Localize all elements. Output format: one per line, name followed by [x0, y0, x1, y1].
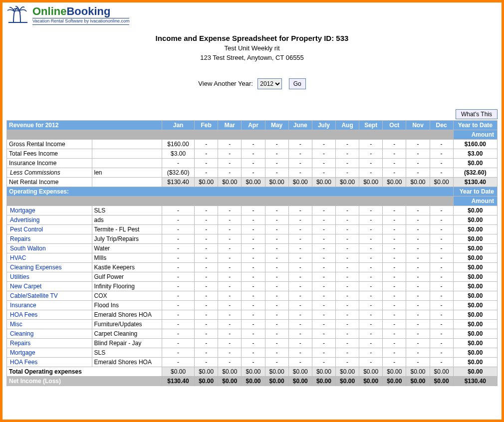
total-opex-val: $0.00: [359, 367, 383, 376]
revenue-val: -: [312, 158, 335, 168]
opex-row: Cable/Satellite TVCOX------------$0.00: [7, 291, 498, 300]
net-income-val: $0.00: [265, 376, 288, 386]
opex-val: -: [383, 310, 406, 319]
opex-ytd: $0.00: [453, 281, 497, 291]
opex-val: -: [265, 291, 288, 300]
ytd-header: Year to Date: [453, 120, 497, 130]
opex-val: -: [288, 357, 312, 367]
opex-name[interactable]: HOA Fees: [7, 357, 92, 367]
net-rental-val: $0.00: [383, 177, 406, 187]
opex-val: -: [430, 243, 453, 253]
month-header: Sept: [359, 120, 383, 130]
opex-name[interactable]: New Carpet: [7, 281, 92, 291]
opex-name[interactable]: Mortgage: [7, 206, 92, 215]
opex-val: -: [406, 272, 430, 281]
net-income-val: $0.00: [288, 376, 312, 386]
opex-val: -: [312, 272, 335, 281]
opex-name[interactable]: Repairs: [7, 338, 92, 348]
opex-name[interactable]: Misc: [7, 319, 92, 329]
opex-val: -: [195, 291, 218, 300]
opex-val: -: [312, 348, 335, 357]
whats-this-button[interactable]: What's This: [456, 109, 498, 119]
opex-name[interactable]: South Walton: [7, 243, 92, 253]
opex-ytd: $0.00: [453, 338, 497, 348]
opex-val: -: [312, 215, 335, 224]
opex-val: -: [335, 253, 359, 262]
opex-val: -: [335, 224, 359, 234]
go-button[interactable]: Go: [289, 78, 306, 89]
revenue-val: -: [335, 139, 359, 149]
opex-val: -: [312, 329, 335, 338]
opex-val: -: [430, 357, 453, 367]
opex-name[interactable]: HOA Fees: [7, 310, 92, 319]
month-header: June: [288, 120, 312, 130]
net-income-ytd: $130.40: [453, 376, 497, 386]
revenue-header: Revenue for 2012: [7, 120, 162, 130]
opex-val: -: [162, 291, 194, 300]
opex-val: -: [288, 224, 312, 234]
revenue-val: -: [335, 168, 359, 177]
opex-row: New CarpetInfinity Flooring------------$…: [7, 281, 498, 291]
opex-val: -: [218, 215, 242, 224]
opex-val: -: [312, 300, 335, 310]
opex-name[interactable]: Utilities: [7, 272, 92, 281]
year-select[interactable]: 2012: [257, 78, 282, 89]
opex-val: -: [195, 281, 218, 291]
opex-val: -: [265, 243, 288, 253]
opex-val: -: [335, 291, 359, 300]
opex-val: -: [359, 253, 383, 262]
revenue-row: Insurance Income------------$0.00: [7, 158, 498, 168]
opex-val: -: [265, 253, 288, 262]
opex-name[interactable]: Mortgage: [7, 348, 92, 357]
opex-val: -: [218, 329, 242, 338]
opex-val: -: [359, 329, 383, 338]
opex-val: -: [242, 206, 265, 215]
opex-name[interactable]: Cleaning: [7, 329, 92, 338]
revenue-val: -: [406, 158, 430, 168]
opex-name[interactable]: Cable/Satellite TV: [7, 291, 92, 300]
opex-name[interactable]: Cleaning Expenses: [7, 262, 92, 272]
opex-val: -: [335, 215, 359, 224]
revenue-val: -: [265, 149, 288, 158]
opex-ytd: $0.00: [453, 243, 497, 253]
opex-val: -: [430, 338, 453, 348]
opex-name[interactable]: Pest Control: [7, 224, 92, 234]
opex-name[interactable]: HVAC: [7, 253, 92, 262]
opex-val: -: [406, 329, 430, 338]
opex-val: -: [359, 319, 383, 329]
opex-val: -: [162, 224, 194, 234]
opex-val: -: [312, 234, 335, 243]
revenue-val: -: [430, 158, 453, 168]
net-income-val: $0.00: [383, 376, 406, 386]
opex-val: -: [242, 253, 265, 262]
opex-val: -: [383, 300, 406, 310]
opex-val: -: [406, 291, 430, 300]
opex-row: RepairsBlind Repair - Jay------------$0.…: [7, 338, 498, 348]
year-label: View Another Year:: [198, 80, 253, 87]
opex-val: -: [406, 243, 430, 253]
total-opex-label: Total Operating expenses: [7, 367, 162, 376]
revenue-val: -: [218, 168, 242, 177]
opex-name[interactable]: Advertising: [7, 215, 92, 224]
opex-val: -: [430, 215, 453, 224]
opex-val: -: [195, 348, 218, 357]
opex-name[interactable]: Repairs: [7, 234, 92, 243]
opex-val: -: [383, 272, 406, 281]
net-rental-val: $130.40: [162, 177, 194, 187]
opex-name[interactable]: Insurance: [7, 300, 92, 310]
opex-val: -: [218, 253, 242, 262]
opex-val: -: [265, 329, 288, 338]
month-header: July: [312, 120, 335, 130]
month-header: Nov: [406, 120, 430, 130]
revenue-val: -: [288, 139, 312, 149]
opex-val: -: [359, 357, 383, 367]
revenue-val: -: [288, 168, 312, 177]
logo-subtitle: Vacation Rental Software by ivacationonl…: [32, 18, 129, 24]
net-rental-val: $0.00: [195, 177, 218, 187]
opex-val: -: [335, 281, 359, 291]
opex-val: -: [265, 310, 288, 319]
opex-val: -: [430, 300, 453, 310]
month-header: Oct: [383, 120, 406, 130]
opex-val: -: [265, 215, 288, 224]
opex-val: -: [242, 262, 265, 272]
